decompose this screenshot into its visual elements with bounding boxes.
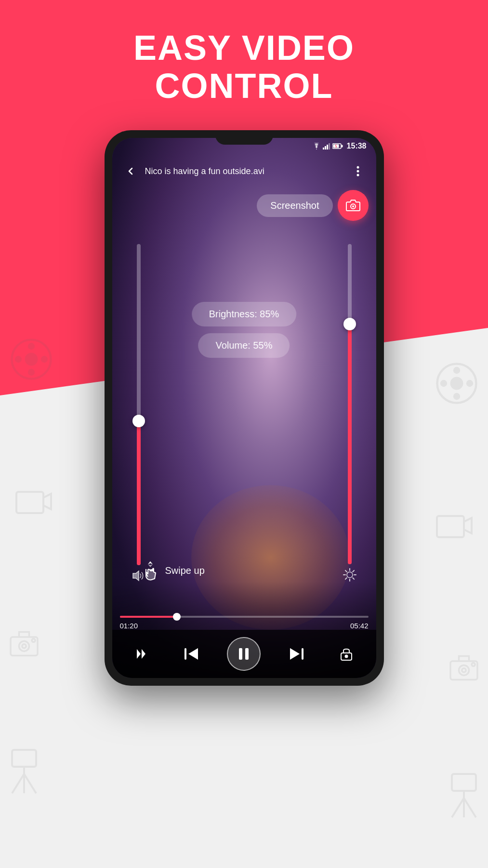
- svg-rect-35: [325, 146, 326, 149]
- status-time: 15:38: [347, 142, 367, 150]
- svg-point-65: [345, 655, 347, 658]
- progress-total-time: 05:42: [350, 622, 369, 630]
- progress-bar-thumb[interactable]: [173, 613, 181, 621]
- svg-rect-62: [302, 648, 303, 660]
- brightness-slider-track: [348, 244, 352, 564]
- phone-frame: 15:38 Nico is having a fun outside.avi: [105, 130, 384, 686]
- brightness-slider-fill: [348, 324, 352, 564]
- brightness-icon: [343, 568, 356, 582]
- battery-icon: [332, 143, 343, 149]
- svg-rect-60: [239, 648, 242, 660]
- progress-times: 01:20 05:42: [120, 622, 369, 630]
- progress-bar-track[interactable]: [120, 616, 369, 618]
- signal-icon: [323, 143, 330, 149]
- svg-marker-57: [142, 649, 145, 659]
- svg-line-54: [345, 578, 346, 579]
- progress-container: 01:20 05:42: [120, 616, 369, 630]
- effects-button[interactable]: [127, 639, 156, 668]
- brightness-slider[interactable]: [338, 244, 362, 582]
- playback-controls: [112, 630, 376, 678]
- hero-title: EASY VIDEO CONTROL: [0, 29, 488, 105]
- swipe-instruction: Swipe up: [141, 560, 205, 582]
- status-icons: 15:38: [312, 142, 367, 150]
- video-title: Nico is having a fun outside.avi: [145, 166, 343, 176]
- volume-slider-track: [137, 244, 141, 565]
- pause-button[interactable]: [227, 637, 261, 671]
- svg-rect-58: [185, 648, 186, 660]
- volume-badge: Volume: 55%: [198, 333, 290, 358]
- phone-mockup: 15:38 Nico is having a fun outside.avi: [105, 130, 384, 686]
- svg-point-47: [347, 572, 353, 578]
- svg-point-45: [352, 205, 354, 207]
- svg-marker-56: [137, 649, 141, 659]
- svg-point-43: [356, 174, 359, 176]
- progress-current-time: 01:20: [120, 622, 138, 630]
- hero-line1: EASY VIDEO: [0, 29, 488, 67]
- back-button[interactable]: [120, 161, 141, 182]
- svg-rect-36: [327, 145, 328, 149]
- volume-slider-fill: [137, 420, 141, 565]
- wifi-icon: [312, 143, 321, 149]
- hero-line2: CONTROL: [0, 67, 488, 105]
- svg-line-53: [353, 578, 354, 579]
- volume-slider-thumb[interactable]: [132, 415, 145, 427]
- svg-line-52: [345, 570, 346, 572]
- svg-rect-34: [323, 148, 324, 149]
- brightness-badge: Brightness: 85%: [192, 302, 297, 326]
- svg-marker-63: [290, 648, 300, 660]
- swipe-text: Swipe up: [165, 565, 205, 576]
- app-bar: Nico is having a fun outside.avi: [112, 155, 376, 188]
- svg-rect-40: [341, 145, 343, 148]
- svg-marker-59: [188, 648, 198, 660]
- screenshot-camera-button[interactable]: [338, 190, 369, 221]
- volume-slider[interactable]: [127, 244, 151, 582]
- brightness-slider-thumb[interactable]: [343, 318, 356, 330]
- phone-notch: [215, 130, 273, 145]
- lock-button[interactable]: [332, 639, 361, 668]
- svg-marker-46: [133, 571, 139, 581]
- control-badges: Brightness: 85% Volume: 55%: [192, 302, 297, 358]
- svg-line-55: [353, 570, 354, 572]
- swipe-hand-icon: [141, 560, 159, 582]
- more-options-button[interactable]: [347, 161, 369, 182]
- screenshot-label: Screenshot: [257, 194, 332, 217]
- svg-rect-37: [329, 143, 330, 149]
- next-button[interactable]: [282, 639, 311, 668]
- svg-point-41: [356, 166, 359, 169]
- previous-button[interactable]: [177, 639, 206, 668]
- progress-bar-fill: [120, 616, 177, 618]
- screenshot-area: Screenshot: [257, 190, 368, 221]
- svg-rect-61: [245, 648, 249, 660]
- phone-screen: 15:38 Nico is having a fun outside.avi: [112, 138, 376, 678]
- svg-point-42: [356, 170, 359, 173]
